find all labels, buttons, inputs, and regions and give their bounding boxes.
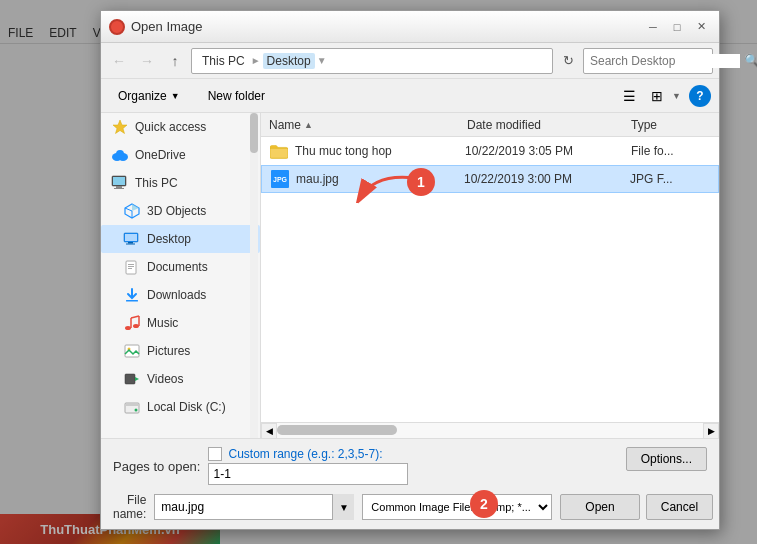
cancel-button[interactable]: Cancel [646, 494, 713, 520]
view-controls: ☰ ⊞ ▼ [616, 83, 681, 109]
nav-item-videos[interactable]: Videos [101, 365, 260, 393]
svg-marker-29 [135, 377, 139, 381]
hscroll-right-btn[interactable]: ▶ [703, 423, 719, 439]
pages-row: Pages to open: Custom range (e.g.: 2,3,5… [113, 447, 707, 485]
file-date-jpg: 10/22/2019 3:00 PM [464, 172, 624, 186]
minimize-button[interactable]: ─ [643, 17, 663, 37]
view-large-icons-button[interactable]: ⊞ [644, 83, 670, 109]
nav-item-pictures[interactable]: Pictures [101, 337, 260, 365]
music-icon [123, 314, 141, 332]
breadcrumb-sep2: ▼ [317, 55, 327, 66]
col-header-type[interactable]: Type [631, 118, 711, 132]
dialog-bottom: Pages to open: Custom range (e.g.: 2,3,5… [101, 438, 719, 529]
nav-item-downloads[interactable]: Downloads [101, 281, 260, 309]
svg-rect-5 [113, 177, 125, 185]
cube-icon [123, 202, 141, 220]
cloud-icon [111, 146, 129, 164]
nav-label-music: Music [147, 316, 178, 330]
nav-label-documents: Documents [147, 260, 208, 274]
page-range-input[interactable] [208, 463, 408, 485]
filename-input-wrap: ▼ [154, 494, 354, 520]
search-input[interactable] [590, 54, 740, 68]
svg-rect-18 [128, 266, 134, 267]
scroll-thumb[interactable] [250, 113, 258, 153]
navigation-toolbar: ← → ↑ This PC ► Desktop ▼ ↻ 🔍 [101, 43, 719, 79]
file-type-jpg: JPG F... [630, 172, 710, 186]
nav-label-onedrive: OneDrive [135, 148, 186, 162]
refresh-button[interactable]: ↻ [557, 50, 579, 72]
open-button[interactable]: Open [560, 494, 639, 520]
svg-rect-16 [126, 261, 136, 274]
hscroll-left-btn[interactable]: ◀ [261, 423, 277, 439]
file-toolbar: Organize ▼ New folder ☰ ⊞ ▼ ? [101, 79, 719, 113]
nav-label-this-pc: This PC [135, 176, 178, 190]
nav-item-onedrive[interactable]: OneDrive [101, 141, 260, 169]
help-button[interactable]: ? [689, 85, 711, 107]
star-icon [111, 118, 129, 136]
file-list-header: Name ▲ Date modified Type [261, 113, 719, 137]
desktop-icon [123, 230, 141, 248]
breadcrumb-desktop[interactable]: Desktop [263, 53, 315, 69]
nav-item-desktop[interactable]: Desktop [101, 225, 260, 253]
hscroll-thumb[interactable] [277, 425, 397, 435]
nav-label-downloads: Downloads [147, 288, 206, 302]
left-navigation-panel: Quick access OneDrive [101, 113, 261, 438]
nav-item-3d-objects[interactable]: 3D Objects [101, 197, 260, 225]
file-item-folder[interactable]: Thu muc tong hop 10/22/2019 3:05 PM File… [261, 137, 719, 165]
nav-label-videos: Videos [147, 372, 183, 386]
custom-range-checkbox[interactable] [208, 447, 222, 461]
up-button[interactable]: ↑ [163, 49, 187, 73]
forward-button[interactable]: → [135, 49, 159, 73]
folder-icon [269, 141, 289, 161]
svg-rect-7 [114, 188, 124, 189]
videos-icon [123, 370, 141, 388]
new-folder-button[interactable]: New folder [197, 85, 276, 107]
file-list: Thu muc tong hop 10/22/2019 3:05 PM File… [261, 137, 719, 422]
nav-item-quick-access[interactable]: Quick access [101, 113, 260, 141]
dialog-title: Open Image [131, 19, 643, 34]
view-details-button[interactable]: ☰ [616, 83, 642, 109]
filetype-select[interactable]: Common Image Files (*.bmp; *... [362, 494, 552, 520]
disk-icon [123, 398, 141, 416]
file-name-jpg: mau.jpg [296, 172, 458, 186]
scroll-indicator [250, 113, 258, 438]
svg-point-32 [135, 409, 138, 412]
nav-item-local-disk[interactable]: Local Disk (C:) [101, 393, 260, 421]
view-dropdown-icon: ▼ [672, 91, 681, 101]
custom-range-label[interactable]: Custom range (e.g.: 2,3,5-7): [228, 447, 382, 461]
svg-point-22 [133, 324, 139, 328]
horizontal-scrollbar: ◀ ▶ [261, 422, 719, 438]
nav-item-this-pc[interactable]: This PC [101, 169, 260, 197]
svg-rect-6 [116, 186, 122, 188]
nav-item-music[interactable]: Music [101, 309, 260, 337]
svg-rect-13 [125, 234, 137, 241]
col-header-date[interactable]: Date modified [467, 118, 627, 132]
filename-input[interactable] [154, 494, 354, 520]
search-box: 🔍 [583, 48, 713, 74]
maximize-button[interactable]: □ [667, 17, 687, 37]
download-icon [123, 286, 141, 304]
window-controls: ─ □ ✕ [643, 17, 711, 37]
svg-marker-0 [113, 120, 127, 134]
svg-point-21 [125, 326, 131, 330]
organize-button[interactable]: Organize ▼ [109, 85, 189, 107]
dialog-app-icon [109, 19, 125, 35]
filename-dropdown-btn[interactable]: ▼ [332, 494, 354, 520]
close-button[interactable]: ✕ [691, 17, 711, 37]
filename-row: File name: ▼ Common Image Files (*.bmp; … [113, 493, 707, 521]
nav-item-documents[interactable]: Documents [101, 253, 260, 281]
file-item-jpg[interactable]: JPG mau.jpg 10/22/2019 3:00 PM JPG F... [261, 165, 719, 193]
file-type-folder: File fo... [631, 144, 711, 158]
col-header-name[interactable]: Name ▲ [269, 118, 463, 132]
right-file-panel: Name ▲ Date modified Type Thu muc to [261, 113, 719, 438]
pictures-icon [123, 342, 141, 360]
address-bar: This PC ► Desktop ▼ [191, 48, 553, 74]
breadcrumb-this-pc[interactable]: This PC [198, 53, 249, 69]
search-icon: 🔍 [744, 53, 757, 68]
svg-rect-20 [126, 300, 138, 302]
options-button[interactable]: Options... [626, 447, 707, 471]
svg-rect-33 [270, 148, 288, 158]
svg-line-11 [125, 208, 132, 211]
back-button[interactable]: ← [107, 49, 131, 73]
filename-label: File name: [113, 493, 146, 521]
